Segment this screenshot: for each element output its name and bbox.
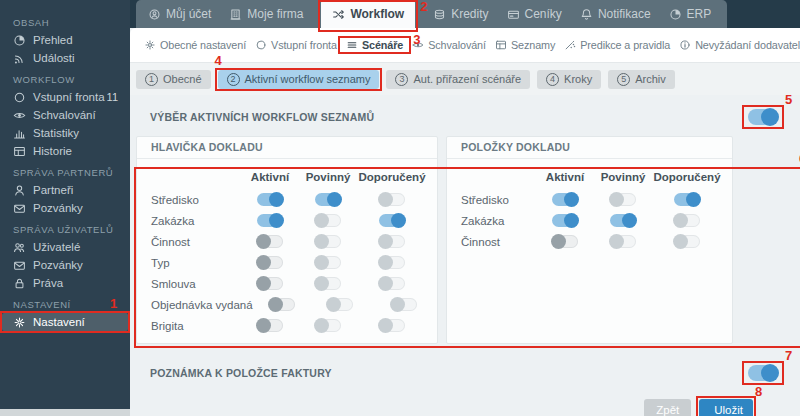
top-nav-kredity[interactable]: Kredity bbox=[433, 7, 488, 21]
toggle-stredisko-doporuceny[interactable] bbox=[379, 193, 405, 206]
top-nav-erp[interactable]: ERP bbox=[669, 7, 712, 21]
footer-buttons: Zpět Uložit bbox=[130, 399, 753, 416]
toggle-cinnost-povinny[interactable] bbox=[315, 235, 341, 248]
sidebar-item-pozvanky[interactable]: Pozvánky bbox=[0, 256, 130, 274]
tab-scenare[interactable]: Scénáře bbox=[346, 39, 403, 51]
step-label: Obecné bbox=[163, 73, 202, 85]
toggle-cell bbox=[536, 193, 594, 206]
sidebar-item-schvalovani[interactable]: Schvalování bbox=[0, 106, 130, 124]
row-label: Objednávka vydaná bbox=[137, 299, 253, 311]
sidebar-item-statistiky[interactable]: Statistiky bbox=[0, 124, 130, 142]
toggle-cell bbox=[594, 235, 652, 248]
toggle-typ-doporuceny[interactable] bbox=[379, 256, 405, 269]
sidebar-item-label: Partneři bbox=[33, 184, 73, 196]
tab-vstupni-fronta[interactable]: Vstupní fronta bbox=[255, 39, 337, 51]
prehled-icon bbox=[13, 34, 26, 47]
toggle-cell bbox=[652, 214, 722, 227]
toggle-smlouva-doporuceny[interactable] bbox=[379, 277, 405, 290]
sidebar-item-nastaveni[interactable]: Nastavení bbox=[2, 313, 128, 331]
toggle-brigita-povinny[interactable] bbox=[315, 319, 341, 332]
step-pill-archiv[interactable]: 5Archiv bbox=[608, 70, 675, 89]
toggle-cell bbox=[241, 256, 299, 269]
toggle-cell bbox=[299, 277, 357, 290]
sidebar-item-uzivatele[interactable]: Uživatelé bbox=[0, 238, 130, 256]
sidebar-item-prava[interactable]: Práva bbox=[0, 274, 130, 292]
queue-count-badge: 11 bbox=[107, 91, 130, 103]
toggle-objednavka-vydana-doporuceny[interactable] bbox=[391, 298, 417, 311]
tab-nevyzadani-dodavatele[interactable]: Nevyžádaní dodavatelé bbox=[679, 39, 800, 51]
toggle-brigita-aktivni[interactable] bbox=[257, 319, 283, 332]
sidebar-item-partneri[interactable]: Partneři bbox=[0, 181, 130, 199]
table-row-brigita: Brigita bbox=[137, 315, 427, 336]
toggle-zakazka-doporuceny[interactable] bbox=[674, 214, 700, 227]
sidebar-item-vstupni-fronta[interactable]: Vstupní fronta11 bbox=[0, 88, 130, 106]
tab-seznamy[interactable]: Seznamy bbox=[495, 39, 555, 51]
top-nav-muj-ucet[interactable]: Můj účet bbox=[148, 7, 211, 21]
invoice-item-note-label: POZNÁMKA K POLOŽCE FAKTURY bbox=[150, 367, 332, 379]
top-nav-label: Kredity bbox=[451, 7, 488, 21]
toggle-brigita-doporuceny[interactable] bbox=[379, 319, 405, 332]
toggle-objednavka-vydana-aktivni[interactable] bbox=[269, 298, 295, 311]
sidebar-item-label: Statistiky bbox=[33, 127, 79, 139]
toggle-stredisko-povinny[interactable] bbox=[610, 193, 636, 206]
back-button[interactable]: Zpět bbox=[644, 399, 691, 416]
toggle-cell bbox=[241, 214, 299, 227]
toggle-cinnost-doporuceny[interactable] bbox=[674, 235, 700, 248]
toggle-cell bbox=[241, 193, 299, 206]
toggle-cell bbox=[536, 214, 594, 227]
step-label: Kroky bbox=[564, 73, 592, 85]
tab-predikce-a-pravidla[interactable]: Predikce a pravidla bbox=[564, 39, 670, 51]
toggle-zakazka-aktivni[interactable] bbox=[552, 214, 578, 227]
toggle-zakazka-povinny[interactable] bbox=[315, 214, 341, 227]
top-nav-workflow[interactable]: Workflow bbox=[321, 0, 415, 28]
sidebar-item-udalosti[interactable]: Události bbox=[0, 49, 130, 67]
step-number: 4 bbox=[546, 73, 559, 86]
step-pill-aut-prirazeni-scenare[interactable]: 3Aut. přiřazení scénáře bbox=[386, 70, 530, 89]
table-row-zakazka: Zakázka bbox=[447, 210, 722, 231]
toggle-stredisko-aktivni[interactable] bbox=[257, 193, 283, 206]
toggle-zakazka-doporuceny[interactable] bbox=[379, 214, 405, 227]
toggle-cell bbox=[299, 319, 357, 332]
step-pill-aktivni-workflow-seznamy[interactable]: 2Aktivní workflow seznamy bbox=[218, 70, 380, 89]
toggle-smlouva-aktivni[interactable] bbox=[257, 277, 283, 290]
card-body: AktivníPovinnýDoporučenýStřediskoZakázka… bbox=[137, 159, 437, 343]
step-pill-kroky[interactable]: 4Kroky bbox=[537, 70, 601, 89]
tab-schvalovani[interactable]: Schvalování bbox=[412, 39, 486, 51]
toggle-typ-aktivni[interactable] bbox=[257, 256, 283, 269]
pozvanky-icon bbox=[13, 259, 26, 272]
toggle-objednavka-vydana-povinny[interactable] bbox=[327, 298, 353, 311]
toggle-smlouva-povinny[interactable] bbox=[315, 277, 341, 290]
toggle-cell bbox=[357, 193, 427, 206]
toggle-cinnost-doporuceny[interactable] bbox=[379, 235, 405, 248]
toggle-cell bbox=[299, 256, 357, 269]
sidebar-item-pozvanky[interactable]: Pozvánky bbox=[0, 199, 130, 217]
toggle-cinnost-aktivni[interactable] bbox=[552, 235, 578, 248]
save-button[interactable]: Uložit bbox=[699, 399, 753, 416]
top-nav-ceniky[interactable]: Ceníky bbox=[507, 7, 562, 21]
step-pill-obecne[interactable]: 1Obecné bbox=[136, 70, 211, 89]
toggle-cell bbox=[594, 214, 652, 227]
tab-label: Nevyžádaní dodavatelé bbox=[695, 39, 800, 51]
toggle-stredisko-aktivni[interactable] bbox=[552, 193, 578, 206]
active-workflow-lists-toggle[interactable] bbox=[748, 109, 778, 125]
sidebar-item-label: Nastavení bbox=[33, 316, 85, 328]
table-row-stredisko: Středisko bbox=[447, 189, 722, 210]
nastaveni-icon bbox=[13, 316, 26, 329]
sidebar-item-prehled[interactable]: Přehled bbox=[0, 31, 130, 49]
toggle-zakazka-aktivni[interactable] bbox=[257, 214, 283, 227]
toggle-stredisko-doporuceny[interactable] bbox=[674, 193, 700, 206]
toggle-cinnost-aktivni[interactable] bbox=[257, 235, 283, 248]
toggle-zakazka-povinny[interactable] bbox=[610, 214, 636, 227]
invoice-item-note-toggle[interactable] bbox=[748, 365, 778, 381]
toggle-cell bbox=[241, 319, 299, 332]
sidebar-item-historie[interactable]: Historie bbox=[0, 142, 130, 160]
table-row-cinnost: Činnost bbox=[447, 231, 722, 252]
toggle-stredisko-povinny[interactable] bbox=[315, 193, 341, 206]
toggle-cell bbox=[594, 193, 652, 206]
tab-obecne-nastaveni[interactable]: Obecné nastavení bbox=[144, 39, 246, 51]
prava-icon bbox=[13, 277, 26, 290]
top-nav-notifikace[interactable]: Notifikace bbox=[580, 7, 651, 21]
toggle-cinnost-povinny[interactable] bbox=[610, 235, 636, 248]
toggle-typ-povinny[interactable] bbox=[315, 256, 341, 269]
top-nav-moje-firma[interactable]: Moje firma bbox=[229, 7, 303, 21]
